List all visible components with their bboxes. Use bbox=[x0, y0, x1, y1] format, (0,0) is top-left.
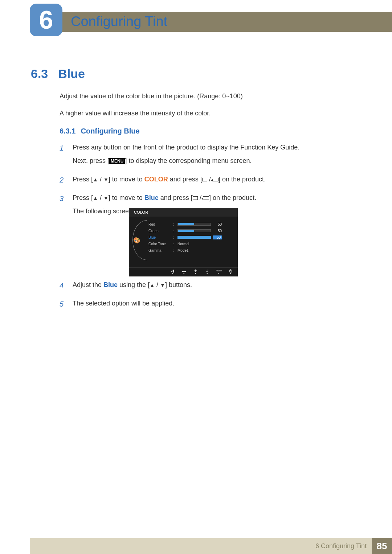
osd-back-button-icon: ◂▮▾ bbox=[169, 269, 176, 274]
text: ] to move to bbox=[109, 194, 144, 201]
osd-slider-active bbox=[177, 236, 211, 239]
subsection-heading: 6.3.1 Configuring Blue bbox=[60, 127, 140, 135]
osd-row-red: Red : 50 bbox=[148, 221, 233, 227]
section-title: Blue bbox=[58, 67, 85, 81]
osd-label-active: Blue bbox=[148, 235, 171, 239]
intro-paragraph-2: A higher value will increase the intensi… bbox=[60, 108, 343, 118]
chapter-number: 6 bbox=[39, 5, 53, 34]
section-heading: 6.3 Blue bbox=[31, 67, 85, 81]
text: and press [ bbox=[168, 176, 202, 183]
subsection-number: 6.3.1 bbox=[60, 127, 75, 135]
text: Press [ bbox=[73, 176, 93, 183]
chapter-number-badge: 6 bbox=[30, 4, 62, 36]
text: Press [ bbox=[73, 194, 93, 201]
text: ] to move to bbox=[109, 176, 144, 183]
down-arrow-icon bbox=[103, 176, 109, 183]
step-number: 1 bbox=[60, 143, 66, 169]
step-5: 5 The selected option will be applied. bbox=[60, 299, 350, 312]
text: ] buttons. bbox=[165, 281, 192, 288]
step-4: 4 Adjust the Blue using the [ / ] button… bbox=[60, 280, 350, 294]
step-text: Press [ / ] to move to COLOR and press [… bbox=[73, 175, 350, 184]
step-1: 1 Press any button on the front of the p… bbox=[60, 143, 350, 169]
text: Adjust the bbox=[73, 281, 103, 288]
chapter-title: Configuring Tint bbox=[71, 14, 167, 29]
up-arrow-icon bbox=[93, 194, 98, 201]
blue-keyword: Blue bbox=[103, 281, 118, 288]
osd-label: Red bbox=[148, 222, 171, 226]
osd-value: 50 bbox=[213, 229, 222, 233]
color-keyword: COLOR bbox=[144, 176, 168, 183]
enter-icon bbox=[203, 196, 209, 200]
osd-value-active: 50 bbox=[213, 235, 222, 239]
step-text: The selected option will be applied. bbox=[73, 299, 350, 308]
text: ] to display the corresponding menu scre… bbox=[125, 157, 252, 164]
step-text: Next, press [MENU] to display the corres… bbox=[73, 156, 350, 166]
up-arrow-icon bbox=[93, 176, 98, 183]
osd-slider bbox=[177, 223, 211, 226]
osd-colon: : bbox=[173, 242, 175, 246]
text: ] on the product. bbox=[219, 176, 266, 183]
step-number: 5 bbox=[60, 299, 66, 312]
menu-key-icon: MENU bbox=[109, 158, 125, 164]
osd-footer-buttons: ◂▮▾ ▬▾ ✚▾ ↲▾ AUTO▾ ⏻▾ bbox=[129, 267, 238, 276]
page-footer: 6 Configuring Tint 85 bbox=[30, 538, 392, 554]
down-arrow-icon bbox=[160, 281, 165, 288]
subsection-title: Configuring Blue bbox=[81, 127, 139, 135]
osd-value: Mode1 bbox=[177, 249, 189, 253]
step-body: Press [ / ] to move to COLOR and press [… bbox=[73, 175, 350, 188]
osd-plus-button-icon: ✚▾ bbox=[192, 269, 199, 274]
step-2: 2 Press [ / ] to move to COLOR and press… bbox=[60, 175, 350, 188]
osd-power-button-icon: ⏻▾ bbox=[227, 269, 234, 274]
osd-enter-button-icon: ↲▾ bbox=[204, 269, 211, 274]
osd-colon: : bbox=[173, 235, 175, 239]
step-body: The selected option will be applied. bbox=[73, 299, 350, 312]
osd-colon: : bbox=[173, 229, 175, 233]
osd-value: 50 bbox=[213, 222, 222, 226]
step-text: Adjust the Blue using the [ / ] buttons. bbox=[73, 280, 350, 290]
step-body: Adjust the Blue using the [ / ] buttons. bbox=[73, 280, 350, 294]
footer-chapter-label: 6 Configuring Tint bbox=[315, 542, 367, 550]
section-intro: Adjust the value of the color blue in th… bbox=[60, 91, 343, 126]
osd-row-green: Green : 50 bbox=[148, 227, 233, 234]
text: using the [ bbox=[118, 281, 150, 288]
down-arrow-icon bbox=[103, 194, 109, 201]
step-number: 3 bbox=[60, 193, 66, 220]
osd-row-gamma: Gamma : Mode1 bbox=[148, 247, 233, 254]
step-number: 2 bbox=[60, 175, 66, 188]
up-arrow-icon bbox=[150, 281, 155, 288]
step-text: Press any button on the front of the pro… bbox=[73, 143, 350, 152]
palette-icon: 🎨 bbox=[133, 237, 140, 244]
osd-row-blue: Blue : 50 bbox=[148, 234, 233, 241]
section-number: 6.3 bbox=[31, 67, 48, 81]
step-body: Press any button on the front of the pro… bbox=[73, 143, 350, 169]
osd-colon: : bbox=[173, 249, 175, 253]
osd-colon: : bbox=[173, 222, 175, 226]
osd-label: Gamma bbox=[148, 249, 171, 253]
steps-lower: 4 Adjust the Blue using the [ / ] button… bbox=[60, 280, 350, 317]
enter-icon bbox=[213, 178, 219, 181]
source-icon bbox=[202, 178, 207, 181]
page-number-box: 85 bbox=[372, 538, 392, 554]
step-text: Press [ / ] to move to Blue and press [ … bbox=[73, 193, 350, 203]
step-number: 4 bbox=[60, 280, 66, 294]
osd-value: Normal bbox=[177, 242, 189, 246]
text: ] on the product. bbox=[209, 194, 256, 201]
text: Next, press [ bbox=[73, 157, 109, 164]
intro-paragraph-1: Adjust the value of the color blue in th… bbox=[60, 91, 343, 101]
page-number: 85 bbox=[377, 541, 387, 552]
osd-minus-button-icon: ▬▾ bbox=[180, 269, 188, 274]
osd-auto-button-icon: AUTO▾ bbox=[215, 269, 222, 274]
osd-body: 🎨 Red : 50 Green : 50 Blue : 50 Color To… bbox=[129, 217, 238, 267]
osd-screenshot: COLOR 🎨 Red : 50 Green : 50 Blue : 50 Co… bbox=[129, 208, 238, 276]
osd-slider bbox=[177, 229, 211, 232]
osd-label: Green bbox=[148, 229, 171, 233]
blue-keyword: Blue bbox=[144, 194, 159, 201]
osd-title: COLOR bbox=[129, 208, 238, 217]
text: and press [ bbox=[159, 194, 193, 201]
osd-row-colortone: Color Tone : Normal bbox=[148, 241, 233, 247]
osd-label: Color Tone bbox=[148, 242, 171, 246]
source-icon bbox=[193, 196, 198, 200]
